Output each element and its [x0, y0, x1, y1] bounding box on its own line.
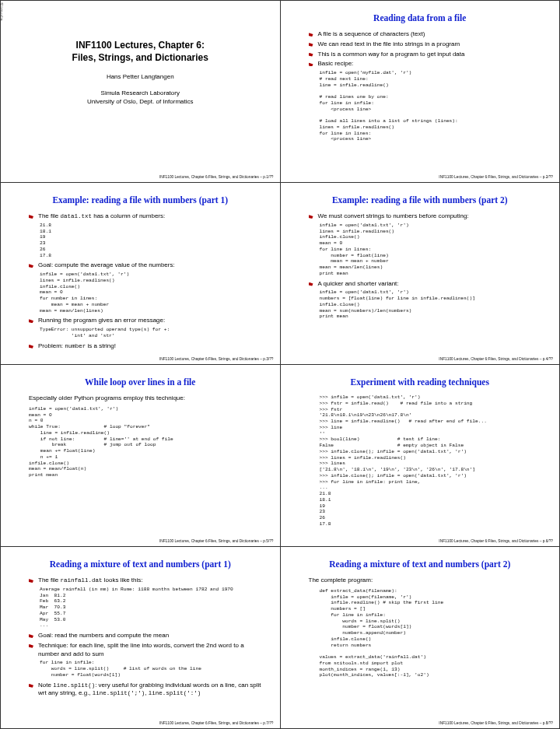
slide-heading: Experiment with reading techniques: [295, 377, 546, 387]
inline-code: line.split(): [53, 682, 95, 689]
bullet: Technique: for each line, split the line…: [29, 642, 266, 659]
bullet: Goal: read the numbers and compute the m…: [29, 632, 266, 640]
code-block: infile = open('myfile.dat', 'r') # read …: [320, 70, 546, 142]
slide-footer: INF1100 Lectures, Chapter 6:Files, Strin…: [439, 175, 553, 179]
code-block: infile = open('data1.txt', 'r') lines = …: [320, 223, 546, 277]
bullet: We can read text in the file into string…: [309, 40, 546, 49]
slide-footer: INF1100 Lectures, Chapter 6:Files, Strin…: [159, 721, 274, 725]
slide-experiment: Experiment with reading techniques >>> i…: [281, 365, 561, 547]
intro-text: Especially older Python programs employ …: [29, 394, 266, 403]
affiliation-1: Simula Research Laboratory: [15, 89, 266, 98]
slide-while-loop: While loop over lines in a file Especial…: [1, 365, 281, 547]
code-block: def extract_data(filename): infile = ope…: [320, 588, 546, 678]
bullet: A quicker and shorter variant:: [309, 280, 546, 289]
slide-mixture-part1: Reading a mixture of text and numbers (p…: [1, 547, 281, 729]
bullet: Running the program gives an error messa…: [29, 317, 266, 325]
bullet: A file is a sequence of characters (text…: [309, 30, 546, 39]
code-block: >>> infile = open('data1.txt', 'r') >>> …: [320, 394, 546, 527]
inline-code: number: [65, 343, 86, 349]
slide-heading: Reading a mixture of text and numbers (p…: [15, 559, 266, 569]
slide-footer: INF1100 Lectures, Chapter 6:Files, Strin…: [439, 721, 553, 725]
slide-heading: Reading a mixture of text and numbers (p…: [295, 559, 546, 569]
slide-example-part2: Example: reading a file with numbers (pa…: [281, 183, 561, 365]
inline-code: data1.txt: [60, 213, 92, 219]
slide-heading: Example: reading a file with numbers (pa…: [295, 195, 546, 205]
slide-title: Simula INF1100 Lectures, Chapter 6: File…: [1, 1, 281, 183]
code-block: Average rainfall (in mm) in Rome: 1188 m…: [40, 587, 266, 629]
code-block: for line in infile: words = line.split()…: [40, 660, 266, 678]
bullet: The file data1.txt has a column of numbe…: [29, 212, 266, 221]
code-block: infile = open('data1.txt', 'r') mean = 0…: [29, 406, 266, 478]
slide-footer: INF1100 Lectures, Chapter 6:Files, Strin…: [159, 357, 274, 361]
bullet: Basic recipe:: [309, 60, 546, 68]
code-block: TypeError: unsupported operand type(s) f…: [40, 327, 266, 339]
inline-code: rainfall.dat: [60, 577, 102, 584]
affiliation-2: University of Oslo, Dept. of Informatics: [15, 98, 266, 107]
slide-example-part1: Example: reading a file with numbers (pa…: [1, 183, 281, 365]
slide-heading: Example: reading a file with numbers (pa…: [15, 195, 266, 205]
watermark: Simula: [1, 2, 4, 21]
intro-text: The complete program:: [309, 577, 546, 585]
bullet: The file rainfall.dat looks like this:: [29, 577, 266, 585]
slide-footer: INF1100 Lectures, Chapter 6:Files, Strin…: [439, 357, 553, 361]
author-name: Hans Petter Langtangen: [15, 73, 266, 80]
course-title-line1: INF1100 Lectures, Chapter 6:: [15, 40, 266, 52]
slide-reading-data: Reading data from a file A file is a seq…: [281, 1, 561, 183]
course-title-line2: Files, Strings, and Dictionaries: [15, 52, 266, 65]
code-block: 21.8 18.1 19 23 26 17.8: [40, 223, 266, 259]
bullet: Problem: number is a string!: [29, 342, 266, 351]
code-block: infile = open('data1.txt', 'r') numbers …: [320, 289, 546, 320]
slide-heading: While loop over lines in a file: [15, 377, 266, 387]
slide-heading: Reading data from a file: [295, 13, 546, 23]
bullet: Note line.split(): very useful for grabb…: [29, 682, 266, 699]
code-block: infile = open('data1.txt', 'r') lines = …: [40, 272, 266, 314]
bullet: Goal: compute the average value of the n…: [29, 261, 266, 270]
slide-mixture-part2: Reading a mixture of text and numbers (p…: [281, 547, 561, 729]
slide-footer: INF1100 Lectures, Chapter 6:Files, Strin…: [159, 175, 274, 179]
inline-code: line.split(':'): [149, 690, 201, 696]
inline-code: line.split(';'): [93, 690, 145, 696]
slide-footer: INF1100 Lectures, Chapter 6:Files, Strin…: [439, 539, 553, 543]
slide-handout-page: Simula INF1100 Lectures, Chapter 6: File…: [0, 0, 560, 729]
bullet: This is a common way for a program to ge…: [309, 51, 546, 59]
slide-footer: INF1100 Lectures, Chapter 6:Files, Strin…: [159, 539, 274, 543]
bullet: We must convert strings to numbers befor…: [309, 212, 546, 221]
